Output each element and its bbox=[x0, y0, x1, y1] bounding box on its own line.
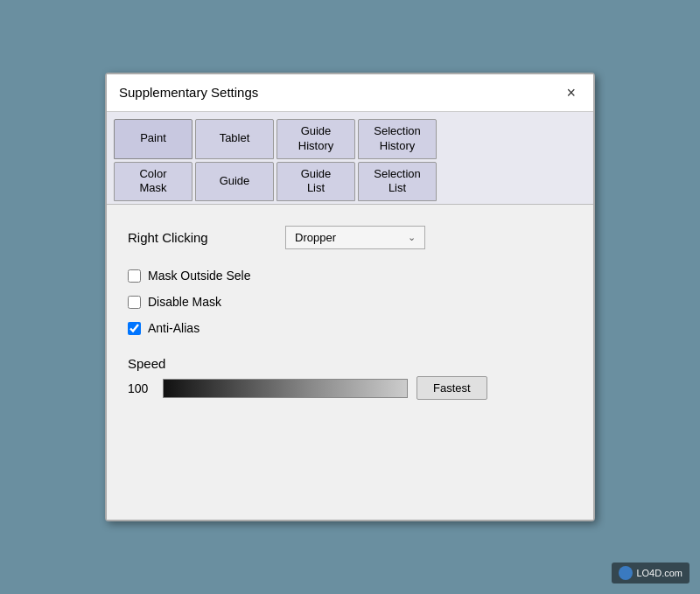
speed-slider-container bbox=[163, 379, 408, 398]
checkbox-group: Mask Outside Sele Disable Mask Anti-Alia… bbox=[128, 269, 572, 335]
tab-guide-history[interactable]: GuideHistory bbox=[276, 119, 355, 159]
mask-outside-label: Mask Outside Sele bbox=[148, 269, 251, 283]
right-clicking-label: Right Clicking bbox=[128, 230, 285, 245]
tab-selection-list[interactable]: SelectionList bbox=[358, 162, 437, 202]
tab-row-2: ColorMask Guide GuideList SelectionList bbox=[114, 162, 586, 202]
chevron-down-icon: ⌄ bbox=[408, 232, 416, 243]
speed-label: Speed bbox=[128, 356, 572, 371]
fastest-button[interactable]: Fastest bbox=[416, 376, 487, 400]
close-button[interactable]: × bbox=[561, 83, 581, 102]
anti-alias-row[interactable]: Anti-Alias bbox=[128, 321, 572, 335]
mask-outside-checkbox[interactable] bbox=[128, 269, 141, 283]
right-clicking-row: Right Clicking Dropper ⌄ bbox=[128, 226, 572, 249]
tab-paint[interactable]: Paint bbox=[114, 119, 192, 159]
watermark: LO4D.com bbox=[612, 563, 690, 584]
speed-section: Speed 100 Fastest bbox=[128, 356, 572, 400]
disable-mask-label: Disable Mask bbox=[148, 295, 221, 309]
anti-alias-checkbox[interactable] bbox=[128, 322, 141, 335]
speed-value: 100 bbox=[128, 381, 154, 395]
dialog-title: Supplementary Settings bbox=[119, 85, 258, 100]
anti-alias-label: Anti-Alias bbox=[148, 321, 200, 335]
tab-color-mask[interactable]: ColorMask bbox=[114, 162, 192, 202]
speed-row: 100 Fastest bbox=[128, 376, 572, 400]
right-clicking-dropdown[interactable]: Dropper ⌄ bbox=[285, 226, 425, 249]
tab-guide[interactable]: Guide bbox=[195, 162, 274, 202]
tab-container: Paint Tablet GuideHistory SelectionHisto… bbox=[107, 112, 593, 206]
content-area: Right Clicking Dropper ⌄ Mask Outside Se… bbox=[107, 205, 593, 520]
dropdown-value: Dropper bbox=[295, 231, 336, 244]
supplementary-settings-dialog: Supplementary Settings × Paint Tablet Gu… bbox=[105, 73, 595, 522]
tab-guide-list[interactable]: GuideList bbox=[276, 162, 355, 202]
watermark-icon bbox=[619, 566, 633, 580]
disable-mask-row[interactable]: Disable Mask bbox=[128, 295, 572, 309]
tab-row-1: Paint Tablet GuideHistory SelectionHisto… bbox=[114, 119, 586, 159]
tab-selection-history[interactable]: SelectionHistory bbox=[358, 119, 437, 159]
mask-outside-row[interactable]: Mask Outside Sele bbox=[128, 269, 572, 283]
disable-mask-checkbox[interactable] bbox=[128, 296, 141, 309]
title-bar: Supplementary Settings × bbox=[107, 74, 593, 112]
watermark-text: LO4D.com bbox=[636, 568, 682, 578]
tab-tablet[interactable]: Tablet bbox=[195, 119, 274, 159]
